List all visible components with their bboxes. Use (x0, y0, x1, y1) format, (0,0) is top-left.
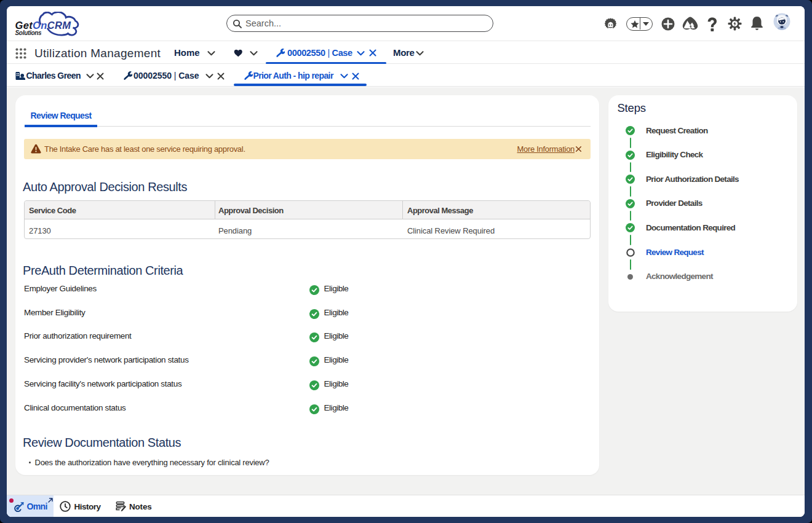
svg-text:Solutions: Solutions (15, 29, 42, 36)
